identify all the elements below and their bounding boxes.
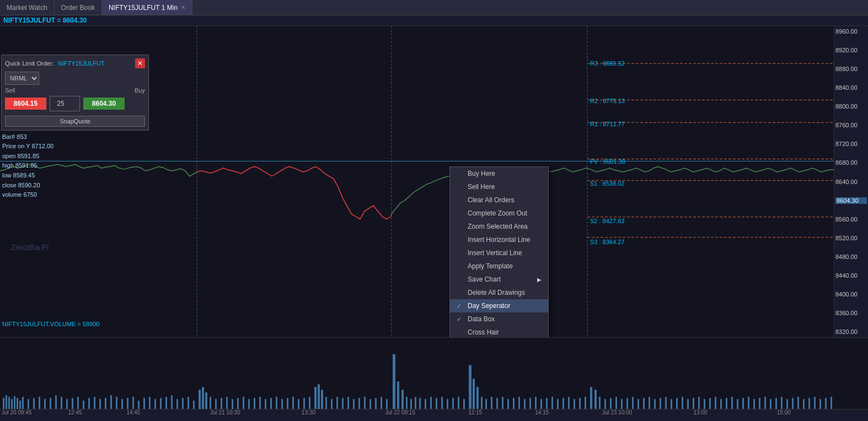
menu-save-arrow: ▶ — [537, 277, 542, 283]
svg-rect-45 — [160, 398, 162, 409]
product-select[interactable]: NRML — [5, 72, 39, 85]
svg-rect-164 — [792, 398, 794, 409]
svg-rect-70 — [292, 397, 294, 409]
svg-rect-39 — [127, 398, 128, 409]
svg-rect-132 — [615, 397, 617, 409]
svg-rect-66 — [270, 398, 272, 409]
svg-rect-167 — [808, 398, 810, 409]
svg-rect-139 — [654, 399, 656, 409]
svg-rect-142 — [671, 399, 672, 409]
context-menu[interactable]: Buy Here Sell Here Clear All Orders Comp… — [449, 166, 549, 337]
order-row-buttons: 8604.15 8604.30 — [5, 96, 145, 111]
svg-rect-49 — [182, 398, 184, 409]
svg-rect-27 — [61, 397, 62, 409]
menu-clear-orders[interactable]: Clear All Orders — [450, 193, 548, 207]
snapquote-button[interactable]: SnapQuote — [5, 116, 145, 127]
svg-rect-25 — [50, 398, 51, 409]
tab-chart[interactable]: NIFTY15JULFUT 1 Min ✕ — [102, 0, 192, 15]
svg-rect-59 — [232, 399, 233, 409]
svg-rect-128 — [594, 390, 597, 409]
buy-button[interactable]: 8604.30 — [83, 98, 125, 110]
price-8760: 8760.00 — [835, 122, 867, 128]
menu-buy-here[interactable]: Buy Here — [450, 167, 548, 180]
svg-rect-83 — [358, 398, 360, 409]
svg-rect-118 — [540, 399, 542, 409]
svg-rect-60 — [237, 398, 239, 409]
sell-button[interactable]: 8604.15 — [5, 98, 46, 110]
svg-rect-75 — [318, 384, 320, 409]
svg-rect-37 — [116, 397, 117, 409]
menu-data-box[interactable]: ✓ Data Box — [450, 312, 548, 326]
menu-insert-hline[interactable]: Insert Horizontal Line — [450, 233, 548, 246]
time-axis: Jul 20 09:45 12:45 14:45 Jul 21 10:30 13… — [0, 409, 868, 421]
svg-rect-170 — [825, 398, 827, 409]
svg-rect-61 — [243, 397, 244, 409]
svg-rect-99 — [441, 397, 443, 409]
svg-rect-112 — [507, 399, 509, 409]
svg-rect-102 — [458, 397, 459, 409]
svg-rect-88 — [386, 399, 388, 409]
tab-close-icon[interactable]: ✕ — [181, 4, 185, 10]
svg-rect-74 — [314, 387, 317, 409]
volume-svg: 300000 150000 — [0, 338, 834, 409]
svg-rect-140 — [660, 398, 661, 409]
svg-rect-158 — [759, 398, 760, 409]
menu-zoom-area[interactable]: Zoom Selected Area — [450, 220, 548, 233]
svg-rect-149 — [709, 398, 711, 409]
menu-vline-label: Insert Vertical Line — [468, 249, 522, 257]
menu-crosshair-label: Cross Hair — [468, 328, 499, 336]
svg-rect-19 — [19, 401, 21, 409]
menu-cross-hair[interactable]: Cross Hair — [450, 326, 548, 337]
svg-rect-115 — [524, 399, 526, 409]
menu-save-chart[interactable]: Save Chart ▶ — [450, 273, 548, 286]
svg-rect-78 — [331, 399, 333, 409]
svg-rect-53 — [202, 387, 204, 409]
svg-rect-43 — [149, 397, 151, 409]
menu-insert-vline[interactable]: Insert Vertical Line — [450, 246, 548, 260]
svg-rect-147 — [698, 397, 700, 409]
svg-rect-67 — [276, 397, 277, 409]
svg-rect-105 — [473, 379, 475, 409]
time-1215: 12:15 — [468, 409, 482, 415]
time-jul22-0915: Jul 22 09:15 — [385, 409, 416, 415]
svg-rect-154 — [737, 399, 738, 409]
price-8960: 8960.00 — [835, 28, 867, 35]
svg-rect-50 — [187, 397, 189, 409]
menu-complete-zoom[interactable]: Complete Zoom Out — [450, 207, 548, 220]
svg-rect-163 — [786, 399, 788, 409]
svg-rect-113 — [513, 398, 515, 409]
quantity-input[interactable] — [50, 96, 80, 111]
svg-rect-143 — [676, 398, 678, 409]
chart-area[interactable]: Quick Limit Order: NIFTY15JULFUT ✕ NRML … — [0, 26, 868, 337]
watermark: Zerodha Pi — [11, 243, 49, 252]
svg-rect-13 — [3, 398, 4, 409]
menu-apply-template[interactable]: Apply Template — [450, 260, 548, 273]
menu-sell-here[interactable]: Sell Here — [450, 180, 548, 193]
svg-rect-46 — [165, 397, 167, 409]
menu-data-box-check: ✓ — [457, 316, 464, 323]
time-jul21-1030: Jul 21 10:30 — [210, 409, 240, 415]
svg-rect-79 — [336, 397, 338, 409]
svg-rect-134 — [626, 398, 628, 409]
svg-rect-110 — [496, 398, 498, 409]
svg-rect-111 — [502, 397, 503, 409]
svg-rect-58 — [226, 397, 228, 409]
svg-rect-121 — [557, 399, 559, 409]
menu-delete-drawings[interactable]: Delete All Drawings — [450, 286, 548, 299]
svg-rect-40 — [132, 397, 134, 409]
svg-rect-85 — [369, 399, 371, 409]
svg-rect-125 — [579, 398, 581, 409]
svg-rect-76 — [321, 390, 323, 409]
svg-rect-47 — [171, 395, 173, 409]
time-1300: 13:00 — [694, 409, 708, 415]
svg-rect-52 — [199, 390, 201, 409]
tab-order-book[interactable]: Order Book — [55, 0, 102, 15]
menu-day-separator[interactable]: ✓ Day Seperator — [450, 299, 548, 312]
svg-rect-17 — [14, 396, 15, 409]
svg-rect-103 — [463, 399, 465, 409]
order-panel-title: Quick Limit Order: NIFTY15JULFUT — [5, 60, 105, 67]
svg-rect-136 — [637, 399, 639, 409]
tab-market-watch[interactable]: Market Watch — [0, 0, 55, 15]
svg-rect-64 — [259, 397, 261, 409]
order-panel-close-button[interactable]: ✕ — [135, 58, 145, 68]
